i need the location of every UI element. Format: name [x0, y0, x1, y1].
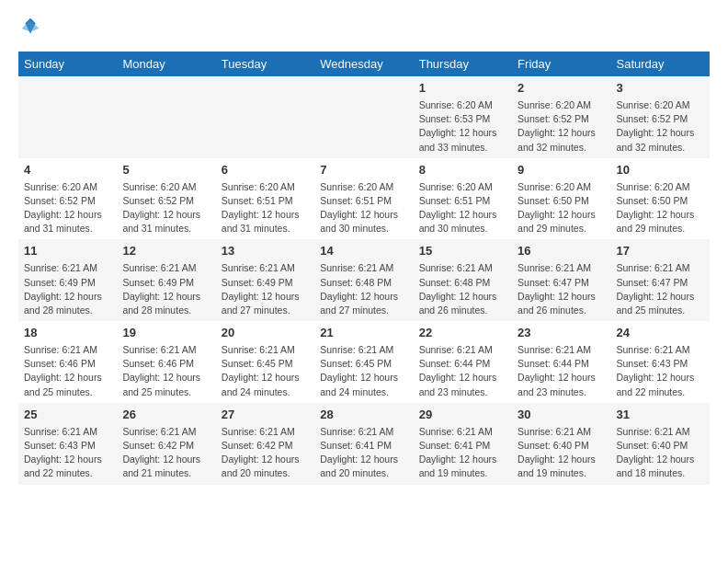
day-info: Sunrise: 6:20 AM Sunset: 6:51 PM Dayligh…: [419, 180, 506, 236]
calendar-cell: 20Sunrise: 6:21 AM Sunset: 6:45 PM Dayli…: [216, 321, 314, 403]
calendar-cell: 15Sunrise: 6:21 AM Sunset: 6:48 PM Dayli…: [414, 239, 512, 321]
day-number: 5: [122, 162, 210, 179]
day-info: Sunrise: 6:21 AM Sunset: 6:41 PM Dayligh…: [320, 425, 407, 481]
calendar-cell: 11Sunrise: 6:21 AM Sunset: 6:49 PM Dayli…: [18, 239, 117, 321]
calendar-cell: 21Sunrise: 6:21 AM Sunset: 6:45 PM Dayli…: [314, 321, 413, 403]
day-info: Sunrise: 6:21 AM Sunset: 6:47 PM Dayligh…: [518, 261, 605, 317]
day-info: Sunrise: 6:20 AM Sunset: 6:51 PM Dayligh…: [320, 180, 407, 236]
column-header-saturday: Saturday: [611, 52, 710, 76]
day-number: 6: [222, 162, 309, 179]
week-row-3: 18Sunrise: 6:21 AM Sunset: 6:46 PM Dayli…: [18, 321, 710, 403]
calendar-cell: [18, 76, 117, 158]
day-info: Sunrise: 6:20 AM Sunset: 6:52 PM Dayligh…: [122, 180, 210, 236]
day-number: 14: [320, 243, 407, 260]
day-number: 30: [518, 407, 605, 424]
column-header-sunday: Sunday: [18, 52, 117, 76]
day-info: Sunrise: 6:21 AM Sunset: 6:44 PM Dayligh…: [419, 343, 506, 399]
day-number: 21: [320, 325, 407, 342]
calendar-cell: 24Sunrise: 6:21 AM Sunset: 6:43 PM Dayli…: [611, 321, 710, 403]
calendar-cell: 26Sunrise: 6:21 AM Sunset: 6:42 PM Dayli…: [117, 403, 215, 485]
svg-marker-1: [22, 20, 40, 32]
column-header-tuesday: Tuesday: [216, 52, 314, 76]
day-info: Sunrise: 6:21 AM Sunset: 6:43 PM Dayligh…: [617, 343, 704, 399]
day-info: Sunrise: 6:21 AM Sunset: 6:40 PM Dayligh…: [518, 425, 605, 481]
day-number: 13: [222, 243, 309, 260]
calendar-cell: 27Sunrise: 6:21 AM Sunset: 6:42 PM Dayli…: [216, 403, 314, 485]
day-info: Sunrise: 6:21 AM Sunset: 6:42 PM Dayligh…: [222, 425, 309, 481]
calendar-cell: [216, 76, 314, 158]
day-number: 27: [222, 407, 309, 424]
calendar-cell: [314, 76, 413, 158]
calendar-cell: 3Sunrise: 6:20 AM Sunset: 6:52 PM Daylig…: [611, 76, 710, 158]
day-number: 15: [419, 243, 506, 260]
calendar-cell: [117, 76, 215, 158]
day-info: Sunrise: 6:21 AM Sunset: 6:47 PM Dayligh…: [617, 261, 704, 317]
day-info: Sunrise: 6:21 AM Sunset: 6:46 PM Dayligh…: [24, 343, 111, 399]
calendar-cell: 30Sunrise: 6:21 AM Sunset: 6:40 PM Dayli…: [512, 403, 610, 485]
day-info: Sunrise: 6:21 AM Sunset: 6:40 PM Dayligh…: [617, 425, 704, 481]
day-number: 11: [24, 243, 111, 260]
day-number: 9: [518, 162, 605, 179]
column-header-thursday: Thursday: [414, 52, 512, 76]
day-number: 22: [419, 325, 506, 342]
calendar-cell: 7Sunrise: 6:20 AM Sunset: 6:51 PM Daylig…: [314, 158, 413, 240]
week-row-2: 11Sunrise: 6:21 AM Sunset: 6:49 PM Dayli…: [18, 239, 710, 321]
calendar-cell: 9Sunrise: 6:20 AM Sunset: 6:50 PM Daylig…: [512, 158, 610, 240]
calendar-cell: 5Sunrise: 6:20 AM Sunset: 6:52 PM Daylig…: [117, 158, 215, 240]
day-number: 29: [419, 407, 506, 424]
column-header-monday: Monday: [117, 52, 215, 76]
week-row-1: 4Sunrise: 6:20 AM Sunset: 6:52 PM Daylig…: [18, 158, 710, 240]
day-number: 25: [24, 407, 111, 424]
day-number: 1: [419, 80, 506, 98]
calendar-header-row: SundayMondayTuesdayWednesdayThursdayFrid…: [18, 52, 710, 76]
calendar-cell: 28Sunrise: 6:21 AM Sunset: 6:41 PM Dayli…: [314, 403, 413, 485]
day-number: 10: [617, 162, 704, 179]
logo: [18, 15, 50, 40]
column-header-wednesday: Wednesday: [314, 52, 413, 76]
day-number: 26: [122, 407, 210, 424]
calendar-cell: 1Sunrise: 6:20 AM Sunset: 6:53 PM Daylig…: [414, 76, 512, 158]
day-number: 7: [320, 162, 407, 179]
calendar-cell: 10Sunrise: 6:20 AM Sunset: 6:50 PM Dayli…: [611, 158, 710, 240]
calendar-table: SundayMondayTuesdayWednesdayThursdayFrid…: [18, 52, 710, 485]
day-info: Sunrise: 6:21 AM Sunset: 6:49 PM Dayligh…: [24, 261, 111, 317]
column-header-friday: Friday: [512, 52, 610, 76]
day-info: Sunrise: 6:21 AM Sunset: 6:42 PM Dayligh…: [122, 425, 210, 481]
calendar-cell: 25Sunrise: 6:21 AM Sunset: 6:43 PM Dayli…: [18, 403, 117, 485]
calendar-cell: 6Sunrise: 6:20 AM Sunset: 6:51 PM Daylig…: [216, 158, 314, 240]
day-info: Sunrise: 6:20 AM Sunset: 6:52 PM Dayligh…: [24, 180, 111, 236]
day-info: Sunrise: 6:20 AM Sunset: 6:53 PM Dayligh…: [419, 98, 506, 155]
day-info: Sunrise: 6:21 AM Sunset: 6:49 PM Dayligh…: [222, 261, 309, 317]
calendar-cell: 14Sunrise: 6:21 AM Sunset: 6:48 PM Dayli…: [314, 239, 413, 321]
calendar-cell: 16Sunrise: 6:21 AM Sunset: 6:47 PM Dayli…: [512, 239, 610, 321]
calendar-cell: 12Sunrise: 6:21 AM Sunset: 6:49 PM Dayli…: [117, 239, 215, 321]
calendar-cell: 2Sunrise: 6:20 AM Sunset: 6:52 PM Daylig…: [512, 76, 610, 158]
day-number: 8: [419, 162, 506, 179]
day-info: Sunrise: 6:20 AM Sunset: 6:51 PM Dayligh…: [222, 180, 309, 236]
page-header: [18, 15, 710, 40]
day-number: 28: [320, 407, 407, 424]
day-number: 4: [24, 162, 111, 179]
calendar-cell: 29Sunrise: 6:21 AM Sunset: 6:41 PM Dayli…: [414, 403, 512, 485]
day-info: Sunrise: 6:21 AM Sunset: 6:43 PM Dayligh…: [24, 425, 111, 481]
day-info: Sunrise: 6:21 AM Sunset: 6:45 PM Dayligh…: [222, 343, 309, 399]
day-number: 17: [617, 243, 704, 260]
calendar-cell: 19Sunrise: 6:21 AM Sunset: 6:46 PM Dayli…: [117, 321, 215, 403]
week-row-0: 1Sunrise: 6:20 AM Sunset: 6:53 PM Daylig…: [18, 76, 710, 158]
day-info: Sunrise: 6:20 AM Sunset: 6:52 PM Dayligh…: [518, 98, 605, 155]
calendar-cell: 17Sunrise: 6:21 AM Sunset: 6:47 PM Dayli…: [611, 239, 710, 321]
day-number: 12: [122, 243, 210, 260]
day-number: 24: [617, 325, 704, 342]
calendar-cell: 8Sunrise: 6:20 AM Sunset: 6:51 PM Daylig…: [414, 158, 512, 240]
day-info: Sunrise: 6:21 AM Sunset: 6:41 PM Dayligh…: [419, 425, 506, 481]
calendar-cell: 13Sunrise: 6:21 AM Sunset: 6:49 PM Dayli…: [216, 239, 314, 321]
day-info: Sunrise: 6:21 AM Sunset: 6:44 PM Dayligh…: [518, 343, 605, 399]
day-info: Sunrise: 6:21 AM Sunset: 6:49 PM Dayligh…: [122, 261, 210, 317]
day-number: 31: [617, 407, 704, 424]
calendar-cell: 22Sunrise: 6:21 AM Sunset: 6:44 PM Dayli…: [414, 321, 512, 403]
week-row-4: 25Sunrise: 6:21 AM Sunset: 6:43 PM Dayli…: [18, 403, 710, 485]
day-number: 20: [222, 325, 309, 342]
logo-icon: [18, 15, 44, 40]
day-info: Sunrise: 6:20 AM Sunset: 6:52 PM Dayligh…: [617, 98, 704, 155]
day-info: Sunrise: 6:20 AM Sunset: 6:50 PM Dayligh…: [518, 180, 605, 236]
